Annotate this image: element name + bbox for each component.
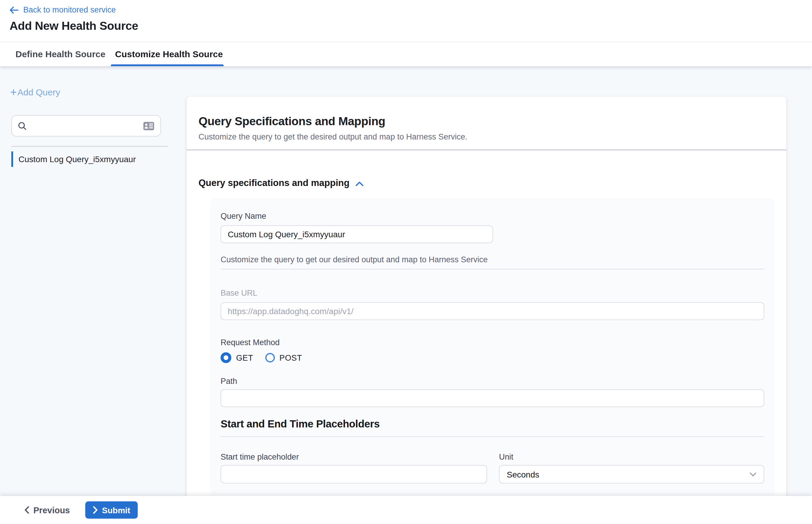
card-subtitle: Customize the query to get the desired o… (198, 132, 771, 141)
back-link-label: Back to monitored service (23, 5, 116, 14)
card-title: Query Specifications and Mapping (198, 114, 771, 128)
selected-query-indicator (11, 151, 13, 167)
tab-define-health-source[interactable]: Define Health Source (16, 42, 105, 66)
path-label: Path (221, 377, 764, 386)
start-time-label: Start time placeholder (221, 453, 487, 461)
back-arrow-icon (10, 6, 18, 13)
request-method-group: GET POST (221, 352, 764, 364)
query-item-label: Custom Log Query_i5xmyyuaur (18, 154, 136, 164)
add-query-button[interactable]: + Add Query (10, 86, 60, 98)
active-tab-indicator (111, 64, 224, 66)
search-icon (18, 121, 27, 130)
sidebar-divider (11, 146, 167, 147)
content-area: + Add Query Custom Log Query_i5xmyyuaur (0, 66, 812, 496)
query-search-box (11, 115, 161, 136)
radio-get[interactable]: GET (221, 352, 253, 363)
time-placeholders-heading: Start and End Time Placeholders (221, 418, 764, 430)
chevron-left-icon (25, 506, 29, 514)
add-query-label: Add Query (17, 87, 60, 97)
query-list-toggle-icon[interactable] (143, 121, 155, 130)
unit-select-value: Seconds (507, 470, 539, 479)
plus-icon: + (10, 86, 17, 98)
section-heading-row: Query specifications and mapping (198, 178, 786, 189)
card-header: Query Specifications and Mapping Customi… (186, 97, 786, 141)
radio-post[interactable]: POST (265, 353, 302, 362)
query-mapping-card: Query Specifications and Mapping Customi… (186, 97, 786, 496)
previous-button-label: Previous (33, 505, 70, 515)
tab-bar: Define Health Source Customize Health So… (0, 42, 812, 66)
path-input[interactable] (221, 389, 764, 407)
page-header: Back to monitored service Add New Health… (0, 0, 812, 42)
radio-get-circle (221, 352, 231, 363)
unit-select[interactable]: Seconds (499, 465, 764, 484)
submit-button[interactable]: Submit (85, 501, 138, 519)
chevron-down-icon (749, 472, 757, 477)
query-spec-panel: Query Name Customize the query to get ou… (210, 198, 775, 495)
app-window: Back to monitored service Add New Health… (0, 0, 812, 524)
tab-customize-health-source[interactable]: Customize Health Source (115, 42, 223, 66)
radio-post-circle (265, 353, 275, 362)
chevron-up-icon (355, 181, 364, 186)
radio-post-label: POST (279, 353, 302, 362)
query-list-item[interactable]: Custom Log Query_i5xmyyuaur (11, 151, 136, 167)
base-url-label: Base URL (221, 289, 764, 297)
start-time-input[interactable] (221, 465, 487, 484)
footer-bar: Previous Submit (0, 496, 812, 524)
search-input[interactable] (32, 121, 138, 131)
chevron-right-icon (93, 506, 98, 514)
back-link[interactable]: Back to monitored service (10, 5, 116, 14)
collapse-section-button[interactable] (355, 180, 364, 186)
previous-button[interactable]: Previous (25, 505, 70, 515)
query-name-input[interactable] (221, 225, 493, 243)
time-placeholder-row: Start time placeholder Unit Seconds (221, 453, 764, 484)
page-title: Add New Health Source (10, 19, 138, 33)
card-divider (186, 150, 786, 150)
submit-button-label: Submit (102, 505, 130, 515)
base-url-input[interactable] (221, 302, 764, 320)
section-heading: Query specifications and mapping (198, 178, 350, 189)
query-name-label: Query Name (221, 212, 764, 220)
radio-get-label: GET (236, 353, 253, 362)
request-method-label: Request Method (221, 338, 764, 347)
unit-label: Unit (499, 453, 764, 461)
query-name-helper: Customize the query to get our desired o… (221, 255, 764, 264)
